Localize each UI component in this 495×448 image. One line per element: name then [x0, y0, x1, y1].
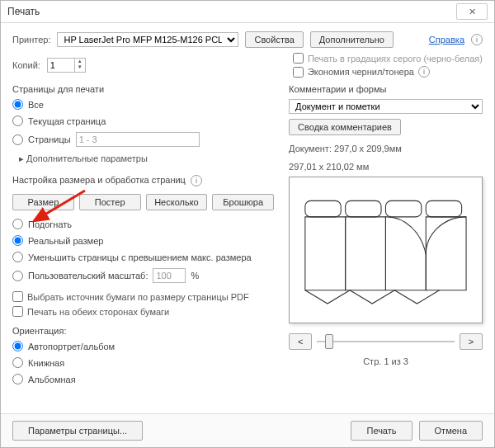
- pages-more-disclosure[interactable]: ▸ Дополнительные параметры: [19, 153, 274, 164]
- comments-select[interactable]: Документ и пометки: [289, 99, 483, 114]
- grayscale-label: Печать в градациях серого (черно-белая): [308, 54, 483, 64]
- sizing-section-title: Настройка размера и обработка страниц i: [12, 175, 274, 186]
- duplex-checkbox-row[interactable]: Печать на обеих сторонах бумаги: [12, 306, 274, 317]
- tab-size-button[interactable]: Размер: [12, 194, 74, 210]
- tab-multi-button[interactable]: Несколько: [146, 194, 208, 210]
- size-shrink-radio[interactable]: Уменьшить страницы с превышением макс. р…: [12, 252, 274, 262]
- triangle-right-icon: ▸: [19, 153, 24, 163]
- tab-poster-button[interactable]: Постер: [79, 194, 141, 210]
- titlebar: Печать ✕: [1, 1, 494, 23]
- sizing-info-icon[interactable]: i: [191, 175, 202, 186]
- dialog-footer: Параметры страницы... Печать Отмена: [1, 413, 494, 447]
- svg-rect-1: [346, 200, 381, 217]
- copies-stepper[interactable]: ▲ ▼: [47, 58, 86, 73]
- spin-down-icon[interactable]: ▼: [75, 64, 85, 70]
- copies-input[interactable]: [47, 58, 75, 73]
- help-info-icon[interactable]: i: [471, 34, 483, 45]
- preview-size-label: 297,01 x 210,02 мм: [289, 162, 483, 172]
- grayscale-checkbox-row[interactable]: Печать в градациях серого (черно-белая): [293, 53, 483, 64]
- copies-label: Копий:: [12, 60, 40, 70]
- tab-booklet-button[interactable]: Брошюра: [212, 194, 274, 210]
- pages-section-title: Страницы для печати: [12, 84, 274, 94]
- paper-source-checkbox-row[interactable]: Выбрать источник бумаги по размеру стран…: [12, 291, 274, 302]
- help-link[interactable]: Справка: [429, 35, 464, 45]
- right-column: Комментарии и формы Документ и пометки С…: [289, 83, 483, 407]
- paper-source-checkbox[interactable]: [12, 291, 23, 302]
- printer-label: Принтер:: [12, 35, 50, 45]
- advanced-button[interactable]: Дополнительно: [310, 31, 394, 48]
- document-size-label: Документ: 297,0 x 209,9мм: [289, 144, 483, 153]
- window-title: Печать: [7, 6, 456, 17]
- content-area: Принтер: HP LaserJet Pro MFP M125-M126 P…: [1, 23, 494, 413]
- svg-rect-3: [426, 200, 461, 217]
- spin-up-icon[interactable]: ▲: [75, 59, 85, 64]
- page-indicator: Стр. 1 из 3: [289, 356, 483, 366]
- comments-summary-button[interactable]: Сводка комментариев: [289, 119, 401, 135]
- pages-current-radio[interactable]: Текущая страница: [12, 116, 274, 126]
- window-close-button[interactable]: ✕: [456, 3, 488, 20]
- close-icon: ✕: [469, 7, 476, 17]
- pages-all-radio[interactable]: Все: [12, 99, 274, 110]
- size-fit-radio[interactable]: Подогнать: [12, 219, 274, 229]
- size-actual-radio[interactable]: Реальный размер: [12, 235, 274, 246]
- size-custom-radio[interactable]: Пользовательский масштаб: %: [12, 268, 274, 283]
- ink-save-label: Экономия чернил/тонера: [308, 67, 414, 77]
- pages-range-input[interactable]: [76, 132, 200, 147]
- properties-button[interactable]: Свойства: [245, 31, 303, 48]
- printer-select[interactable]: HP LaserJet Pro MFP M125-M126 PCLmS: [57, 32, 238, 47]
- svg-rect-0: [305, 200, 341, 217]
- left-column: Страницы для печати Все Текущая страница…: [12, 83, 274, 407]
- page-setup-button[interactable]: Параметры страницы...: [12, 421, 143, 441]
- page-preview: [289, 177, 483, 323]
- print-button[interactable]: Печать: [351, 421, 412, 441]
- preview-nav: < >: [289, 333, 483, 350]
- grayscale-checkbox[interactable]: [293, 53, 304, 64]
- ink-save-checkbox-row[interactable]: Экономия чернил/тонера i: [293, 66, 483, 78]
- ink-save-checkbox[interactable]: [293, 67, 304, 78]
- comments-section-title: Комментарии и формы: [289, 84, 483, 94]
- sizing-tabs: Размер Постер Несколько Брошюра: [12, 194, 274, 210]
- ink-info-icon[interactable]: i: [418, 66, 430, 78]
- zoom-slider[interactable]: [317, 334, 455, 349]
- custom-scale-input[interactable]: [153, 268, 186, 283]
- orientation-section-title: Ориентация:: [12, 326, 274, 336]
- duplex-checkbox[interactable]: [12, 306, 23, 317]
- copies-row: Копий: ▲ ▼ Печать в градациях серого (че…: [12, 53, 483, 78]
- preview-drawing: [296, 184, 475, 316]
- orientation-landscape-radio[interactable]: Альбомная: [12, 374, 274, 384]
- print-dialog: Печать ✕ Принтер: HP LaserJet Pro MFP M1…: [0, 0, 495, 448]
- next-page-button[interactable]: >: [460, 333, 483, 350]
- cancel-button[interactable]: Отмена: [419, 421, 483, 441]
- orientation-auto-radio[interactable]: Автопортрет/альбом: [12, 341, 274, 351]
- orientation-portrait-radio[interactable]: Книжная: [12, 357, 274, 368]
- printer-row: Принтер: HP LaserJet Pro MFP M125-M126 P…: [12, 31, 483, 48]
- prev-page-button[interactable]: <: [289, 333, 312, 350]
- svg-rect-2: [386, 200, 422, 217]
- pages-range-radio[interactable]: Страницы: [12, 132, 274, 147]
